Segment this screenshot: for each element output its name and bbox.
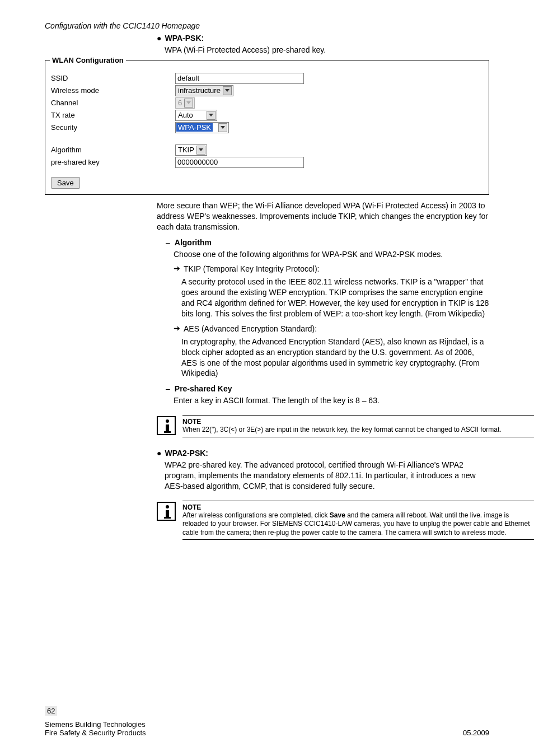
aes-body: In cryptography, the Advanced Encryption… xyxy=(181,337,489,379)
footer-date: 05.2009 xyxy=(463,729,489,737)
tkip-title: TKIP (Temporal Key Integrity Protocol): xyxy=(184,264,320,274)
ssid-label: SSID xyxy=(51,74,175,82)
psk-heading: Pre-shared Key xyxy=(175,384,232,393)
page-footer: 62 Siemens Building Technologies Fire Sa… xyxy=(45,706,489,737)
channel-label: Channel xyxy=(51,99,175,107)
arrow-icon: ➔ xyxy=(174,264,180,274)
mode-select[interactable]: infrastructure xyxy=(175,85,233,96)
wpa-psk-heading: WPA-PSK: xyxy=(165,34,204,43)
wpa2-heading: WPA2-PSK: xyxy=(165,449,208,458)
psk-body: Enter a key in ASCII format. The length … xyxy=(174,395,489,406)
security-select[interactable]: WPA-PSK xyxy=(175,122,229,133)
bullet-icon: ● xyxy=(157,449,161,457)
info-icon xyxy=(157,416,176,435)
algorithm-select[interactable]: TKIP xyxy=(175,144,207,156)
psk-label: pre-shared key xyxy=(51,158,175,166)
mode-label: Wireless mode xyxy=(51,86,175,95)
channel-select: 6 xyxy=(175,97,195,109)
security-label: Security xyxy=(51,123,175,132)
txrate-label: TX rate xyxy=(51,111,175,119)
txrate-value: Auto xyxy=(178,111,204,119)
chevron-down-icon xyxy=(218,123,227,132)
note-body: After wireless configurations are comple… xyxy=(182,511,534,538)
note-label: NOTE xyxy=(182,503,534,511)
chevron-down-icon xyxy=(223,86,232,95)
bullet-icon: ● xyxy=(157,34,161,42)
save-button[interactable]: Save xyxy=(51,177,80,189)
algorithm-label: Algorithm xyxy=(51,146,175,154)
footer-dept: Fire Safety & Security Products xyxy=(45,729,146,737)
page-number: 62 xyxy=(45,706,57,716)
fieldset-legend: WLAN Configuration xyxy=(50,56,126,64)
mode-value: infrastructure xyxy=(178,86,221,95)
wpa-description: More secure than WEP; the Wi-Fi Alliance… xyxy=(157,200,489,232)
dash-icon: – xyxy=(166,384,170,393)
tkip-body: A security protocol used in the IEEE 802… xyxy=(181,277,489,319)
psk-input[interactable] xyxy=(175,157,304,168)
note-body: When 22("), 3C(<) or 3E(>) are input in … xyxy=(182,426,534,435)
txrate-select[interactable]: Auto xyxy=(175,110,217,121)
chevron-down-icon xyxy=(207,111,216,120)
ssid-input[interactable] xyxy=(175,73,304,84)
aes-title: AES (Advanced Encryption Standard): xyxy=(184,324,317,334)
chevron-down-icon xyxy=(196,146,205,155)
dash-icon: – xyxy=(166,238,170,247)
note-block: NOTE When 22("), 3C(<) or 3E(>) are inpu… xyxy=(157,414,534,440)
note-block: NOTE After wireless configurations are c… xyxy=(157,500,534,543)
channel-value: 6 xyxy=(178,99,182,107)
note-label: NOTE xyxy=(182,418,534,426)
algorithm-heading: Algorithm xyxy=(175,238,212,247)
breadcrumb: Configuration with the CCIC1410 Homepage xyxy=(45,21,489,30)
algorithm-intro: Choose one of the following algorithms f… xyxy=(174,249,489,260)
arrow-icon: ➔ xyxy=(174,324,180,334)
footer-org: Siemens Building Technologies xyxy=(45,720,146,729)
wpa2-body: WPA2 pre-shared key. The advanced protoc… xyxy=(165,460,489,492)
info-icon xyxy=(157,502,176,521)
security-value: WPA-PSK xyxy=(176,123,213,132)
chevron-down-icon xyxy=(184,99,193,108)
wlan-config-figure: WLAN Configuration SSID Wireless mode in… xyxy=(45,60,489,195)
wpa-psk-subtitle: WPA (Wi-Fi Protected Access) pre-shared … xyxy=(165,45,489,55)
algorithm-value: TKIP xyxy=(178,146,194,154)
